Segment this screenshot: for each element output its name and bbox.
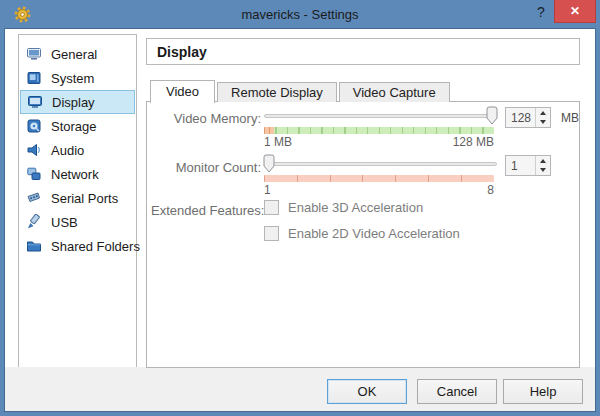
spin-up-icon[interactable] [536, 156, 550, 166]
sidebar-item-general[interactable]: General [20, 42, 135, 66]
video-memory-slider-groove[interactable] [264, 114, 497, 118]
video-memory-scale [264, 127, 494, 134]
sidebar-item-usb[interactable]: USB [20, 210, 135, 234]
monitor-count-scale [264, 175, 494, 182]
network-icon [26, 166, 42, 182]
monitor-count-slider-handle[interactable] [263, 154, 275, 173]
shared-folders-icon [26, 238, 42, 254]
sidebar-item-label: Network [51, 167, 99, 182]
client-area: General System Display [4, 28, 596, 412]
window-title: mavericks - Settings [0, 7, 600, 22]
sidebar-item-label: Display [52, 95, 95, 110]
cancel-button[interactable]: Cancel [417, 379, 497, 404]
video-memory-value[interactable]: 128 [506, 108, 535, 127]
sidebar-item-label: Audio [51, 143, 84, 158]
monitor-count-slider[interactable] [264, 154, 497, 174]
tab-video[interactable]: Video [150, 80, 215, 103]
sidebar-item-label: System [51, 71, 94, 86]
sidebar-item-label: Serial Ports [51, 191, 118, 206]
monitor-count-min-label: 1 [264, 183, 271, 197]
monitor-count-slider-groove[interactable] [264, 162, 497, 166]
sidebar-item-label: Storage [51, 119, 97, 134]
sidebar-item-label: General [51, 47, 97, 62]
tab-remote-display[interactable]: Remote Display [217, 82, 337, 102]
close-icon: ✕ [570, 4, 580, 18]
storage-icon [26, 118, 42, 134]
serial-ports-icon [26, 190, 42, 206]
enable-3d-acceleration-checkbox[interactable] [264, 200, 279, 215]
video-memory-min-label: 1 MB [264, 135, 292, 149]
audio-icon [26, 142, 42, 158]
video-memory-slider-handle[interactable] [486, 106, 498, 125]
sidebar-item-shared-folders[interactable]: Shared Folders [20, 234, 135, 258]
video-memory-label: Video Memory: [151, 111, 261, 126]
close-button[interactable]: ✕ [554, 0, 596, 23]
display-tabbar: Video Remote Display Video Capture [150, 79, 452, 102]
video-memory-max-label: 128 MB [453, 135, 494, 149]
spin-down-icon[interactable] [536, 166, 550, 176]
spin-down-icon[interactable] [536, 118, 550, 128]
page-title: Display [146, 38, 580, 65]
enable-2d-video-acceleration-row: Enable 2D Video Acceleration [264, 226, 460, 241]
page-title-text: Display [157, 44, 207, 60]
ok-button[interactable]: OK [327, 379, 407, 404]
enable-3d-acceleration-label[interactable]: Enable 3D Acceleration [288, 200, 423, 215]
sidebar-item-system[interactable]: System [20, 66, 135, 90]
settings-window: mavericks - Settings ? ✕ General [0, 0, 600, 416]
usb-icon [26, 214, 42, 230]
dialog-footer: OK Cancel Help [5, 367, 595, 411]
enable-2d-video-acceleration-label[interactable]: Enable 2D Video Acceleration [288, 226, 460, 241]
monitor-count-spinbox[interactable]: 1 [505, 155, 551, 176]
sidebar-item-serial-ports[interactable]: Serial Ports [20, 186, 135, 210]
enable-3d-acceleration-row: Enable 3D Acceleration [264, 200, 423, 215]
sidebar-item-display[interactable]: Display [20, 90, 135, 114]
system-icon [26, 70, 42, 86]
general-icon [26, 46, 42, 62]
enable-2d-video-acceleration-checkbox[interactable] [264, 226, 279, 241]
spin-up-icon[interactable] [536, 108, 550, 118]
video-memory-unit: MB [561, 111, 579, 125]
sidebar-item-label: Shared Folders [51, 239, 140, 254]
gear-icon [14, 6, 31, 23]
sidebar-item-audio[interactable]: Audio [20, 138, 135, 162]
monitor-count-scale-labels: 1 8 [264, 183, 494, 197]
settings-category-list: General System Display [18, 34, 137, 370]
sidebar-item-label: USB [51, 215, 78, 230]
sidebar-item-network[interactable]: Network [20, 162, 135, 186]
video-memory-scale-labels: 1 MB 128 MB [264, 135, 494, 149]
monitor-count-max-label: 8 [487, 183, 494, 197]
titlebar[interactable]: mavericks - Settings ? ✕ [0, 0, 600, 28]
display-icon [27, 94, 43, 110]
help-button[interactable]: Help [503, 379, 583, 404]
video-memory-spinbox[interactable]: 128 [505, 107, 551, 128]
extended-features-label: Extended Features: [151, 203, 261, 218]
monitor-count-value[interactable]: 1 [506, 156, 535, 175]
video-memory-spin-arrows [535, 108, 550, 127]
sidebar-item-storage[interactable]: Storage [20, 114, 135, 138]
video-memory-slider[interactable] [264, 106, 497, 126]
help-titlebar-button[interactable]: ? [528, 0, 554, 24]
monitor-count-spin-arrows [535, 156, 550, 175]
tab-video-capture[interactable]: Video Capture [339, 82, 450, 102]
video-tab-panel: Video Memory: 128 MB 1 MB 128 MB [146, 101, 580, 368]
monitor-count-label: Monitor Count: [151, 160, 261, 175]
